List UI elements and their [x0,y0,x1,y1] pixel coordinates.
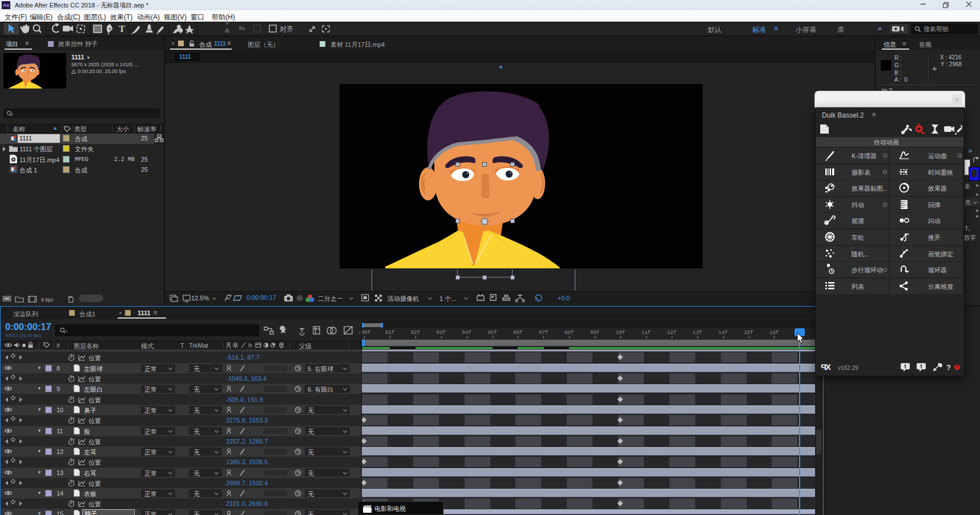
svg-text:fx: fx [248,343,253,348]
svg-text:对齐: 对齐 [280,25,293,33]
svg-text:?: ? [946,363,951,372]
svg-text:T: T [119,23,126,34]
svg-text:8 bpc: 8 bpc [41,297,54,303]
